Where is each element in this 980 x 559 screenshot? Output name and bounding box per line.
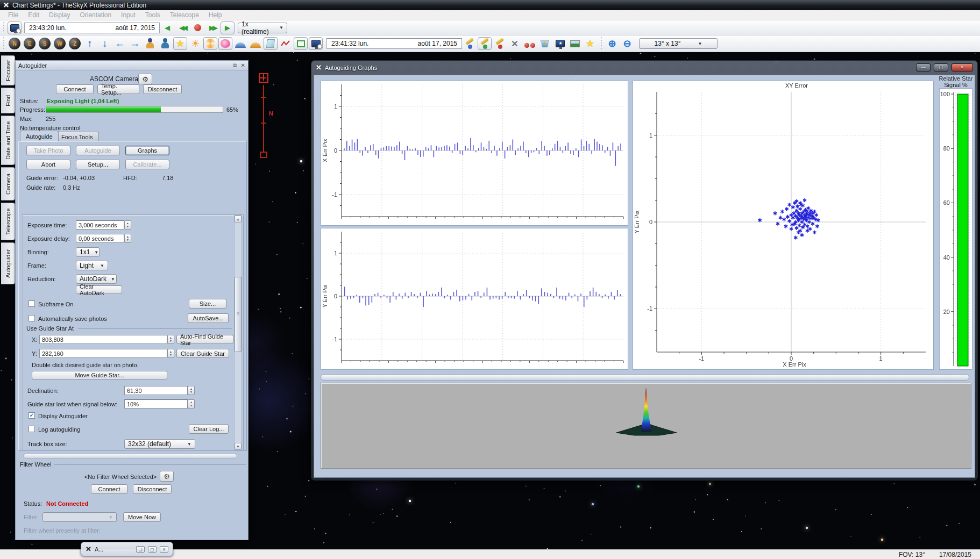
autoguider-panel-titlebar[interactable]: Autoguider ⧉ ✕ bbox=[16, 61, 248, 70]
toolbar-grip[interactable] bbox=[2, 37, 5, 50]
time-rate-dropdown[interactable]: 1x (realtime)▼ bbox=[238, 23, 287, 33]
scrollbar-thumb[interactable] bbox=[235, 277, 242, 352]
clear-guide-star-button[interactable]: Clear Guide Star bbox=[176, 349, 229, 358]
show-atmosphere-button[interactable] bbox=[248, 37, 262, 50]
clear-log-button[interactable]: Clear Log... bbox=[189, 424, 229, 434]
autosave-checkbox[interactable] bbox=[29, 315, 35, 321]
guide-star-x-stepper[interactable]: ▲▼ bbox=[167, 335, 174, 344]
exposure-time-stepper[interactable]: ▲▼ bbox=[124, 220, 131, 230]
show-horizon-button[interactable] bbox=[233, 37, 247, 50]
abort-button[interactable]: Abort bbox=[26, 160, 70, 169]
graphs-window-titlebar[interactable]: ✕ Autoguiding Graphs — ▢ ✕ bbox=[311, 61, 977, 74]
step-back-button[interactable]: ◀ bbox=[160, 22, 174, 34]
show-nebulae-button[interactable] bbox=[218, 37, 232, 50]
pan-right-button[interactable]: → bbox=[128, 37, 142, 50]
menu-display[interactable]: Display bbox=[44, 11, 75, 19]
filter-dropdown[interactable]: ▼ bbox=[42, 512, 117, 522]
sidebar-tab-date-time[interactable]: Date and Time bbox=[1, 116, 15, 165]
menu-orientation[interactable]: Orientation bbox=[75, 11, 116, 19]
temp-setup-button[interactable]: Temp. Setup... bbox=[97, 84, 139, 94]
show-stars-button[interactable]: ★ bbox=[173, 37, 187, 50]
declination-field[interactable]: 61,30 bbox=[124, 386, 188, 395]
move-guide-star-button[interactable]: Move Guide Star... bbox=[32, 371, 167, 379]
close-panel-icon[interactable]: ✕ bbox=[241, 62, 245, 68]
autofind-guide-star-button[interactable]: Auto-Find Guide Star bbox=[176, 335, 233, 344]
sidebar-tab-find[interactable]: Find bbox=[1, 88, 15, 113]
toolbar-grip[interactable] bbox=[600, 37, 602, 50]
telescope-crosshair-marker[interactable] bbox=[259, 73, 268, 83]
maximize-icon[interactable]: ▢ bbox=[148, 546, 157, 553]
filter-disconnect-button[interactable]: Disconnect bbox=[133, 484, 172, 494]
signal-below-stepper[interactable]: ▲▼ bbox=[188, 399, 195, 408]
close-button[interactable]: ✕ bbox=[951, 63, 973, 71]
subframe-checkbox[interactable] bbox=[29, 300, 35, 307]
menu-edit[interactable]: Edit bbox=[23, 11, 44, 19]
camera-settings-button[interactable]: ⚙ bbox=[138, 74, 152, 84]
zoom-in-button[interactable]: ⊕ bbox=[605, 37, 619, 50]
show-sun-button[interactable]: ☀ bbox=[188, 37, 202, 50]
tab-focus-tools[interactable]: Focus Tools bbox=[55, 132, 99, 141]
zoom-out-button[interactable]: ⊖ bbox=[620, 37, 634, 50]
minimize-button[interactable]: — bbox=[916, 63, 931, 71]
autosave-button[interactable]: AutoSave... bbox=[188, 313, 229, 323]
constellation-lines-button[interactable] bbox=[279, 37, 293, 50]
close-icon[interactable]: ✕ bbox=[160, 546, 168, 553]
look-west-button[interactable]: W bbox=[53, 37, 67, 50]
sidebar-tab-telescope[interactable]: Telescope bbox=[1, 203, 15, 240]
menu-help[interactable]: Help bbox=[204, 11, 227, 19]
scroll-up-icon[interactable]: ▲ bbox=[235, 216, 242, 223]
pan-left-button[interactable]: ← bbox=[113, 37, 127, 50]
scroll-down-icon[interactable]: ▼ bbox=[235, 443, 242, 450]
slew-telescope-button[interactable] bbox=[463, 37, 477, 50]
filter-wheel-settings-button[interactable]: ⚙ bbox=[160, 471, 174, 482]
fast-forward-button[interactable]: ▶▶ bbox=[205, 22, 219, 34]
graphs-hscrollbar[interactable] bbox=[321, 374, 969, 381]
field-of-view-indicators-button[interactable]: ★ bbox=[538, 37, 552, 50]
disconnect-telescope-button[interactable]: ✕ bbox=[508, 37, 522, 50]
signal-below-field[interactable]: 10% bbox=[124, 399, 188, 408]
camera-disconnect-button[interactable]: Disconnect bbox=[143, 84, 182, 94]
guide-star-y-stepper[interactable]: ▲▼ bbox=[167, 349, 174, 358]
menu-input[interactable]: Input bbox=[116, 11, 140, 19]
maximize-button[interactable]: ▢ bbox=[934, 63, 948, 71]
observer-site-button[interactable] bbox=[158, 37, 172, 50]
connect-telescope-button[interactable] bbox=[478, 37, 492, 50]
move-now-button[interactable]: Move Now bbox=[123, 512, 161, 522]
exposure-delay-field[interactable]: 0,00 seconds bbox=[76, 234, 124, 243]
frame-dropdown[interactable]: Light▼ bbox=[76, 261, 108, 270]
size-button[interactable]: Size... bbox=[189, 299, 226, 309]
autoguide-button[interactable]: Autoguide bbox=[76, 146, 120, 155]
find-star-button[interactable]: ★ bbox=[583, 37, 597, 50]
photos-button[interactable] bbox=[568, 37, 582, 50]
float-panel-icon[interactable]: ⧉ bbox=[233, 62, 237, 69]
reduction-dropdown[interactable]: AutoDark▼ bbox=[76, 274, 117, 284]
go-forward-button[interactable]: ▶ bbox=[221, 22, 235, 34]
stop-time-button[interactable] bbox=[190, 22, 204, 34]
log-autoguiding-checkbox[interactable] bbox=[29, 426, 35, 432]
sidebar-tab-camera[interactable]: Camera bbox=[1, 167, 15, 200]
mirror-image-button[interactable] bbox=[264, 37, 278, 50]
chart-boundaries-button[interactable] bbox=[294, 37, 308, 50]
minimized-window-bar[interactable]: ✕ A... ❏ ▢ ✕ bbox=[81, 542, 173, 556]
toolbar-grip[interactable] bbox=[2, 22, 5, 34]
exposure-delay-stepper[interactable]: ▲▼ bbox=[124, 234, 131, 243]
calibrate-button[interactable]: Calibrate... bbox=[125, 160, 169, 169]
tab-autoguide[interactable]: Autoguide bbox=[20, 131, 59, 141]
pan-down-button[interactable]: ↓ bbox=[98, 37, 112, 50]
screen-capture-button[interactable]: ★ bbox=[553, 37, 567, 50]
fast-back-button[interactable]: ◀◀ bbox=[175, 22, 189, 34]
fov-dropdown[interactable]: 13° x 13°▼ bbox=[639, 38, 718, 49]
exposure-time-field[interactable]: 3,000 seconds bbox=[76, 220, 124, 230]
night-vision-button[interactable] bbox=[523, 37, 537, 50]
show-galaxies-button[interactable] bbox=[203, 37, 217, 50]
stop-telescope-button[interactable] bbox=[493, 37, 507, 50]
menu-file[interactable]: File bbox=[3, 11, 23, 19]
binning-dropdown[interactable]: 1x1▼ bbox=[76, 247, 100, 257]
look-north-button[interactable]: N bbox=[8, 37, 22, 50]
filter-connect-button[interactable]: Connect bbox=[91, 484, 127, 494]
look-east-button[interactable]: E bbox=[23, 37, 37, 50]
computer-time-button[interactable] bbox=[8, 22, 22, 34]
computer-time-link-button[interactable] bbox=[309, 37, 323, 50]
sidebar-tab-autoguider[interactable]: Autoguider bbox=[1, 242, 15, 284]
look-south-button[interactable]: S bbox=[38, 37, 52, 50]
